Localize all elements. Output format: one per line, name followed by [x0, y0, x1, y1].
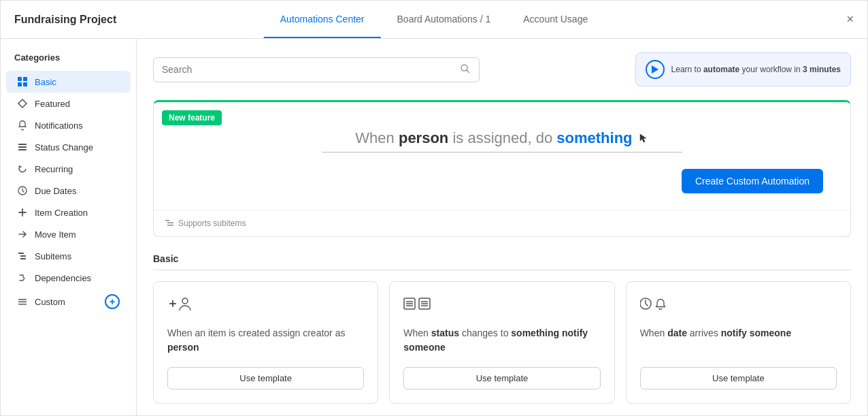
use-template-button-1[interactable]: Use template	[167, 367, 364, 389]
use-template-button-2[interactable]: Use template	[403, 367, 600, 389]
sidebar-label-subitems: Subitems	[35, 251, 71, 261]
sidebar-item-subitems[interactable]: Subitems	[6, 245, 131, 267]
grid-icon	[17, 76, 28, 87]
svg-rect-2	[18, 82, 22, 86]
search-box[interactable]	[153, 57, 480, 82]
sidebar: Categories Basic Featured Notifications	[1, 39, 137, 415]
sidebar-label-featured: Featured	[35, 99, 70, 109]
plus-person-icon	[167, 295, 192, 315]
svg-marker-16	[652, 65, 658, 74]
bell-icon	[17, 120, 28, 131]
search-input[interactable]	[162, 64, 460, 75]
sidebar-label-basic: Basic	[35, 77, 56, 87]
tab-account-usage[interactable]: Account Usage	[507, 1, 604, 38]
sidebar-label-dependencies: Dependencies	[35, 273, 91, 283]
sidebar-item-move-item[interactable]: Move Item	[6, 223, 131, 245]
svg-rect-20	[167, 225, 173, 226]
svg-rect-6	[18, 146, 27, 148]
recurring-icon	[17, 163, 28, 174]
template-card-2-text: When status changes to something notify …	[403, 326, 600, 367]
svg-marker-17	[640, 134, 646, 142]
learn-box: Learn to automate your workflow in 3 min…	[635, 52, 851, 86]
supports-subitems: Supports subitems	[165, 219, 246, 228]
svg-rect-5	[18, 144, 27, 145]
learn-text: Learn to automate your workflow in 3 min…	[671, 63, 841, 76]
svg-rect-18	[165, 220, 169, 221]
sidebar-item-custom[interactable]: Custom +	[6, 289, 131, 315]
svg-rect-13	[18, 302, 27, 303]
clock-icon	[17, 185, 28, 196]
template-card-3: When date arrives notify someone Use tem…	[626, 281, 851, 404]
header: Fundraising Project Automations Center B…	[1, 1, 867, 39]
sidebar-item-dependencies[interactable]: Dependencies	[6, 267, 131, 289]
sidebar-item-basic[interactable]: Basic	[6, 71, 131, 93]
svg-rect-11	[20, 258, 26, 259]
header-tabs: Automations Center Board Automations / 1…	[264, 1, 604, 38]
date-notify-icon	[640, 295, 667, 315]
subitems-icon	[17, 251, 28, 261]
content-area: Learn to automate your workflow in 3 min…	[137, 39, 867, 415]
feature-card-body: When person is assigned, do something Cr…	[154, 102, 850, 210]
close-button[interactable]: ×	[846, 12, 854, 27]
main-layout: Categories Basic Featured Notifications	[1, 39, 867, 415]
svg-rect-7	[18, 149, 27, 150]
custom-label-group: Custom	[17, 296, 65, 307]
svg-rect-10	[20, 255, 26, 257]
sidebar-item-featured[interactable]: Featured	[6, 93, 131, 114]
sidebar-heading: Categories	[1, 47, 136, 71]
app-container: Fundraising Project Automations Center B…	[0, 0, 868, 416]
supports-subitems-label: Supports subitems	[178, 219, 246, 228]
svg-rect-1	[23, 77, 27, 81]
status-change-icon	[403, 295, 431, 315]
add-custom-button[interactable]: +	[105, 294, 120, 309]
template-card-2-icons	[403, 295, 600, 315]
arrow-right-icon	[17, 229, 28, 240]
svg-point-21	[182, 298, 188, 304]
feature-card-footer: Supports subitems	[154, 210, 850, 236]
top-bar: Learn to automate your workflow in 3 min…	[153, 52, 851, 86]
template-card-3-text: When date arrives notify someone	[640, 326, 837, 367]
create-custom-automation-button[interactable]: Create Custom Automation	[682, 169, 823, 193]
svg-rect-12	[18, 299, 27, 300]
search-icon	[460, 63, 471, 76]
template-card-1-text: When an item is created assign creator a…	[167, 326, 364, 367]
plus-icon	[17, 207, 28, 218]
sidebar-item-notifications[interactable]: Notifications	[6, 114, 131, 136]
template-card-3-icons	[640, 295, 837, 315]
custom-icon	[17, 296, 28, 307]
feature-card-headline: When person is assigned, do something	[167, 129, 837, 153]
sidebar-item-item-creation[interactable]: Item Creation	[6, 202, 131, 223]
section-title-basic: Basic	[153, 253, 851, 270]
feature-card: New feature When person is assigned, do …	[153, 100, 851, 237]
sidebar-label-recurring: Recurring	[35, 164, 73, 174]
sidebar-item-recurring[interactable]: Recurring	[6, 158, 131, 180]
tab-board-automations[interactable]: Board Automations / 1	[381, 1, 507, 38]
list-icon	[17, 142, 28, 153]
svg-rect-19	[167, 223, 173, 224]
template-card-1-icons	[167, 295, 364, 315]
svg-rect-0	[18, 77, 22, 81]
template-grid: When an item is created assign creator a…	[153, 281, 851, 404]
cursor-icon	[639, 129, 649, 147]
diamond-icon	[17, 98, 28, 109]
sidebar-label-status-change: Status Change	[35, 142, 93, 153]
app-title: Fundraising Project	[14, 14, 116, 26]
tab-automations-center[interactable]: Automations Center	[264, 1, 381, 38]
svg-marker-4	[18, 99, 27, 108]
use-template-button-3[interactable]: Use template	[640, 367, 837, 389]
svg-rect-3	[23, 82, 27, 86]
template-card-2: When status changes to something notify …	[389, 281, 614, 404]
svg-rect-14	[18, 304, 27, 305]
sidebar-item-due-dates[interactable]: Due Dates	[6, 180, 131, 202]
dependencies-icon	[17, 272, 28, 283]
play-button[interactable]	[646, 60, 665, 79]
sidebar-label-due-dates: Due Dates	[35, 186, 76, 196]
sidebar-item-status-change[interactable]: Status Change	[6, 136, 131, 158]
new-feature-badge: New feature	[162, 110, 222, 125]
svg-rect-9	[18, 253, 24, 254]
template-card-1: When an item is created assign creator a…	[153, 281, 378, 404]
sidebar-label-move-item: Move Item	[35, 229, 76, 240]
sidebar-label-custom: Custom	[35, 297, 65, 307]
sidebar-label-item-creation: Item Creation	[35, 208, 88, 218]
sidebar-label-notifications: Notifications	[35, 121, 83, 131]
